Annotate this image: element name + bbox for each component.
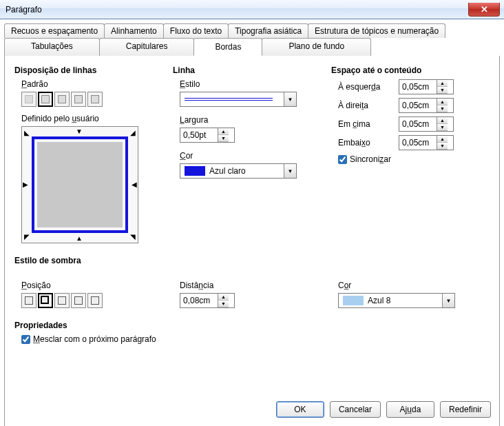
spacing-right-input[interactable] (399, 101, 437, 110)
tab-outline[interactable]: Estrutura de tópicos e numeração (308, 23, 445, 38)
arrow-tr: ◢ (130, 129, 136, 136)
default-label: Padrão (21, 79, 173, 89)
user-defined-label: Definido pelo usuário (21, 114, 173, 123)
shadow-tr[interactable] (54, 293, 70, 308)
shadow-color-value: Azul 8 (368, 296, 442, 305)
line-arrangement-section: Disposição de linhas Padrão Definido pel… (14, 65, 173, 243)
shadow-tl[interactable] (87, 293, 103, 308)
shadow-distance-spinner[interactable]: ▲▼ (180, 293, 235, 308)
close-icon: ✕ (481, 4, 488, 14)
spacing-right-label: À direita (338, 101, 393, 110)
spin-buttons[interactable]: ▲▼ (218, 294, 229, 307)
preset-none[interactable] (21, 92, 36, 107)
shadow-distance-input[interactable] (180, 296, 218, 305)
spin-buttons[interactable]: ▲▼ (437, 136, 448, 150)
spacing-left-label: À esquerda (338, 82, 393, 92)
user-defined-preview[interactable]: ◣ ◢ ◤ ◥ ▼ ▲ ▶ ◀ (21, 126, 138, 243)
properties-title: Propriedades (14, 321, 490, 330)
style-select[interactable]: ▼ (180, 92, 297, 107)
tab-textflow[interactable]: Fluxo do texto (163, 23, 229, 38)
tab-area: Recuos e espaçamento Alinhamento Fluxo d… (0, 19, 504, 426)
cancel-button[interactable]: Cancelar (330, 401, 381, 418)
spacing-top-label: Em cima (338, 119, 393, 129)
spin-buttons[interactable]: ▲▼ (437, 117, 448, 131)
style-label: Estilo (180, 79, 331, 89)
width-spinner[interactable]: ▲▼ (180, 128, 235, 143)
sync-check[interactable]: Sincronizar (338, 154, 490, 164)
titlebar: Parágrafo ✕ (0, 0, 504, 19)
shadow-color-label: Cor (338, 281, 490, 290)
tab-indents[interactable]: Recuos e espaçamento (4, 23, 105, 38)
arrow-t: ▼ (76, 128, 83, 135)
merge-label: Mesclar com o próximo parágrafo (33, 334, 156, 344)
preset-shadow[interactable] (54, 92, 70, 107)
shadow-title: Estilo de sombra (14, 256, 490, 265)
reset-button[interactable]: Redefinir (440, 401, 491, 418)
arrow-bl: ◤ (24, 233, 30, 241)
spacing-bottom-spinner[interactable]: ▲▼ (399, 135, 454, 150)
shadow-distance-label: Distância (180, 281, 331, 290)
spacing-right-spinner[interactable]: ▲▼ (399, 98, 454, 113)
ok-button[interactable]: OK (276, 401, 324, 418)
arrow-b: ▲ (76, 234, 83, 242)
line-section: Linha Estilo ▼ Largura ▲▼ Cor Azul claro (173, 65, 331, 243)
tab-row-2: Tabulações Capitulares Bordas Plano de f… (4, 38, 500, 56)
tab-tabs[interactable]: Tabulações (4, 38, 100, 56)
shadow-br[interactable] (38, 293, 53, 308)
spacing-title: Espaço até o conteúdo (331, 65, 490, 75)
style-dropdown-icon: ▼ (284, 92, 296, 106)
arrow-br: ◥ (130, 233, 136, 241)
color-label: Cor (180, 151, 331, 161)
line-arrangement-title: Disposição de linhas (14, 65, 173, 75)
sync-checkbox[interactable] (338, 155, 347, 164)
shadow-color-dropdown-icon: ▼ (442, 294, 454, 307)
shadow-none[interactable] (21, 293, 36, 308)
merge-checkbox[interactable] (21, 335, 30, 344)
tab-content: Disposição de linhas Padrão Definido pel… (4, 56, 500, 426)
spacing-left-input[interactable] (399, 82, 437, 92)
spin-buttons[interactable]: ▲▼ (437, 80, 448, 94)
shadow-color-swatch (343, 296, 364, 305)
width-input[interactable] (180, 130, 218, 140)
preset-3[interactable] (71, 92, 86, 107)
tab-borders[interactable]: Bordas (193, 38, 262, 56)
arrow-l: ▶ (23, 181, 28, 188)
preset-4[interactable] (87, 92, 103, 107)
help-button[interactable]: Ajuda (386, 401, 434, 418)
spacing-section: Espaço até o conteúdo À esquerda ▲▼ À di… (331, 65, 490, 243)
tab-asian[interactable]: Tipografia asiática (228, 23, 308, 38)
tab-dropcaps[interactable]: Capitulares (99, 38, 195, 56)
tab-row-1: Recuos e espaçamento Alinhamento Fluxo d… (4, 23, 500, 38)
spacing-top-input[interactable] (399, 119, 437, 129)
spacing-bottom-input[interactable] (399, 138, 437, 148)
width-label: Largura (180, 115, 331, 125)
style-preview (180, 98, 277, 101)
color-swatch (185, 166, 205, 176)
tab-alignment[interactable]: Alinhamento (104, 23, 164, 38)
spacing-top-spinner[interactable]: ▲▼ (399, 116, 454, 132)
shadow-distance-col: Distância ▲▼ (173, 278, 331, 308)
spacing-bottom-label: Embaixo (338, 138, 393, 148)
shadow-position-label: Posição (21, 281, 173, 290)
shadow-position-col: Posição (14, 278, 173, 308)
shadow-color-col: Cor Azul 8 ▼ (331, 278, 490, 308)
width-spin-buttons[interactable]: ▲▼ (218, 128, 229, 142)
shadow-bl[interactable] (71, 293, 86, 308)
color-select[interactable]: Azul claro ▼ (180, 163, 297, 179)
arrow-r: ◀ (132, 181, 137, 188)
tab-background[interactable]: Plano de fundo (262, 38, 371, 56)
arrow-tl: ◣ (24, 129, 30, 136)
shadow-color-select[interactable]: Azul 8 ▼ (338, 293, 455, 308)
spacing-left-spinner[interactable]: ▲▼ (399, 79, 454, 94)
dialog-buttons: OK Cancelar Ajuda Redefinir (276, 401, 491, 418)
merge-check[interactable]: Mesclar com o próximo parágrafo (21, 334, 490, 344)
window-title: Parágrafo (6, 5, 42, 14)
line-title: Linha (173, 65, 331, 75)
preview-border (32, 136, 128, 233)
spin-buttons[interactable]: ▲▼ (437, 99, 448, 112)
preset-row (21, 92, 173, 107)
sync-label: Sincronizar (350, 154, 391, 164)
color-value: Azul claro (209, 166, 284, 176)
close-button[interactable]: ✕ (468, 3, 500, 17)
preset-box[interactable] (38, 92, 53, 107)
